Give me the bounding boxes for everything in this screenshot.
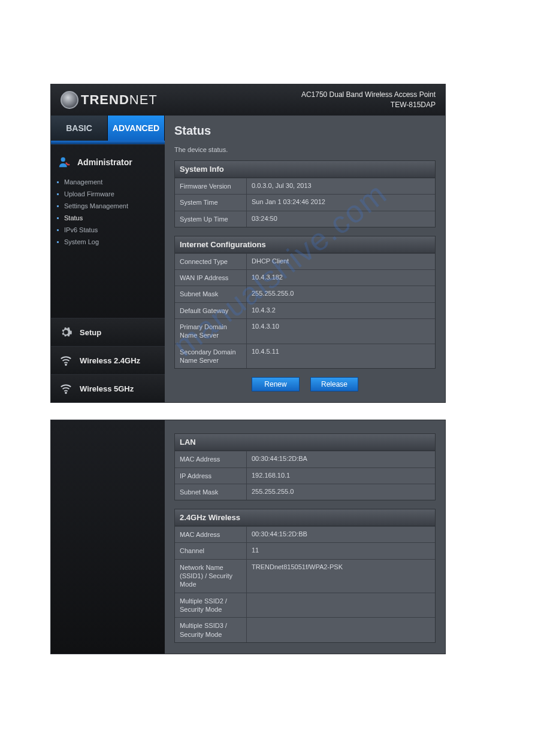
sidebar-item-upload-firmware[interactable]: Upload Firmware <box>64 188 165 200</box>
row-value: 00:30:44:15:2D:BB <box>247 527 435 542</box>
row-key: Multiple SSID2 / Security Mode <box>175 593 247 618</box>
system-info-table: System Info Firmware Version0.0.3.0, Jul… <box>174 160 436 227</box>
row-key: System Time <box>175 195 247 210</box>
table-row: System TimeSun Jan 1 03:24:46 2012 <box>175 194 435 210</box>
row-key: WAN IP Address <box>175 270 247 286</box>
nav-setup[interactable]: Setup <box>51 318 165 346</box>
tab-advanced[interactable]: ADVANCED <box>108 116 165 141</box>
table-row: Firmware Version0.0.3.0, Jul 30, 2013 <box>175 178 435 194</box>
wifi-24-icon <box>59 354 72 367</box>
row-key: Connected Type <box>175 254 247 269</box>
table-row: WAN IP Address10.4.3.182 <box>175 269 435 286</box>
row-value: DHCP Client <box>247 254 435 269</box>
row-value: 0.0.3.0, Jul 30, 2013 <box>247 178 435 194</box>
table-row: System Up Time03:24:50 <box>175 211 435 227</box>
brand-text: TRENDNET <box>81 92 158 108</box>
nav-wireless-5-label: Wireless 5GHz <box>80 384 134 393</box>
content-bottom: LAN MAC Address00:30:44:15:2D:BA IP Addr… <box>165 420 445 654</box>
svg-point-1 <box>68 164 70 166</box>
svg-point-0 <box>61 157 65 162</box>
row-key: IP Address <box>175 468 247 484</box>
row-key: Multiple SSID3 / Security Mode <box>175 618 247 642</box>
row-value <box>247 593 435 618</box>
row-value: 03:24:50 <box>247 211 435 227</box>
release-button[interactable]: Release <box>310 377 358 391</box>
row-key: MAC Address <box>175 527 247 542</box>
table-row: Multiple SSID2 / Security Mode <box>175 593 435 618</box>
row-key: Subnet Mask <box>175 286 247 302</box>
row-value: 00:30:44:15:2D:BA <box>247 451 435 467</box>
brand: TRENDNET <box>61 91 158 109</box>
table-row: Subnet Mask255.255.255.0 <box>175 484 435 500</box>
sidebar-item-system-log[interactable]: System Log <box>64 236 165 248</box>
row-value: 10.4.3.182 <box>247 270 435 286</box>
system-info-header: System Info <box>175 161 435 178</box>
row-value: Sun Jan 1 03:24:46 2012 <box>247 195 435 210</box>
product-line: AC1750 Dual Band Wireless Access Point <box>301 90 436 100</box>
sidebar-empty <box>51 420 165 654</box>
administrator-icon <box>58 156 71 169</box>
tab-basic[interactable]: BASIC <box>51 116 108 141</box>
product-info: AC1750 Dual Band Wireless Access Point T… <box>301 90 436 110</box>
row-key: MAC Address <box>175 451 247 467</box>
lan-header: LAN <box>175 434 435 451</box>
page-title: Status <box>174 124 436 138</box>
row-key: Primary Domain Name Server <box>175 319 247 344</box>
row-key: Channel <box>175 543 247 558</box>
brand-strong: TREND <box>81 92 129 107</box>
internet-config-header: Internet Configurations <box>175 236 435 253</box>
row-value <box>247 618 435 642</box>
content: Status The device status. System Info Fi… <box>165 116 445 402</box>
product-model: TEW-815DAP <box>301 100 436 110</box>
nav-wireless-24[interactable]: Wireless 2.4GHz <box>51 346 165 374</box>
sidebar-item-ipv6-status[interactable]: IPv6 Status <box>64 224 165 236</box>
table-row: MAC Address00:30:44:15:2D:BA <box>175 451 435 467</box>
internet-config-table: Internet Configurations Connected TypeDH… <box>174 236 436 369</box>
row-value: 255.255.255.0 <box>247 484 435 500</box>
tabs: BASIC ADVANCED <box>51 116 165 141</box>
nav-administrator-label: Administrator <box>77 157 132 167</box>
table-row: Channel11 <box>175 542 435 558</box>
table-row: Multiple SSID3 / Security Mode <box>175 617 435 642</box>
wifi-5-icon <box>59 382 72 395</box>
row-value: TRENDnet815051f/WPA2-PSK <box>247 560 435 593</box>
row-key: Firmware Version <box>175 178 247 194</box>
row-value: 11 <box>247 543 435 558</box>
row-key: Network Name (SSID1) / Security Mode <box>175 560 247 593</box>
sidebar-item-settings-management[interactable]: Settings Management <box>64 200 165 212</box>
brand-logo-icon <box>61 91 78 109</box>
row-value: 255.255.255.0 <box>247 286 435 302</box>
status-panel-top: TRENDNET AC1750 Dual Band Wireless Acces… <box>50 84 446 403</box>
row-value: 10.4.3.10 <box>247 319 435 344</box>
page-description: The device status. <box>174 146 436 153</box>
table-row: Primary Domain Name Server10.4.3.10 <box>175 318 435 344</box>
row-key: Subnet Mask <box>175 484 247 500</box>
renew-button[interactable]: Renew <box>252 377 300 391</box>
lan-table: LAN MAC Address00:30:44:15:2D:BA IP Addr… <box>174 433 436 500</box>
button-row: Renew Release <box>174 377 436 391</box>
nav-administrator-header[interactable]: Administrator <box>51 151 165 174</box>
nav-administrator-section: Administrator Management Upload Firmware… <box>51 144 165 259</box>
row-key: System Up Time <box>175 211 247 227</box>
table-row: IP Address192.168.10.1 <box>175 467 435 484</box>
brand-light: NET <box>129 92 158 107</box>
table-row: Network Name (SSID1) / Security ModeTREN… <box>175 559 435 593</box>
header: TRENDNET AC1750 Dual Band Wireless Acces… <box>51 84 445 116</box>
nav-wireless-5[interactable]: Wireless 5GHz <box>51 374 165 402</box>
table-row: MAC Address00:30:44:15:2D:BB <box>175 526 435 542</box>
wireless-24-table: 2.4GHz Wireless MAC Address00:30:44:15:2… <box>174 509 436 643</box>
row-key: Default Gateway <box>175 303 247 318</box>
gear-icon <box>59 326 72 339</box>
sidebar-item-management[interactable]: Management <box>64 176 165 188</box>
wireless-24-header: 2.4GHz Wireless <box>175 509 435 526</box>
table-row: Default Gateway10.4.3.2 <box>175 302 435 318</box>
row-value: 10.4.5.11 <box>247 344 435 369</box>
row-key: Secondary Domain Name Server <box>175 344 247 369</box>
row-value: 192.168.10.1 <box>247 468 435 484</box>
nav-setup-label: Setup <box>80 328 101 337</box>
sidebar: BASIC ADVANCED Administrator Management … <box>51 116 165 402</box>
sidebar-item-status[interactable]: Status <box>64 212 165 224</box>
row-value: 10.4.3.2 <box>247 303 435 318</box>
status-panel-bottom: LAN MAC Address00:30:44:15:2D:BA IP Addr… <box>50 420 446 654</box>
table-row: Subnet Mask255.255.255.0 <box>175 286 435 302</box>
